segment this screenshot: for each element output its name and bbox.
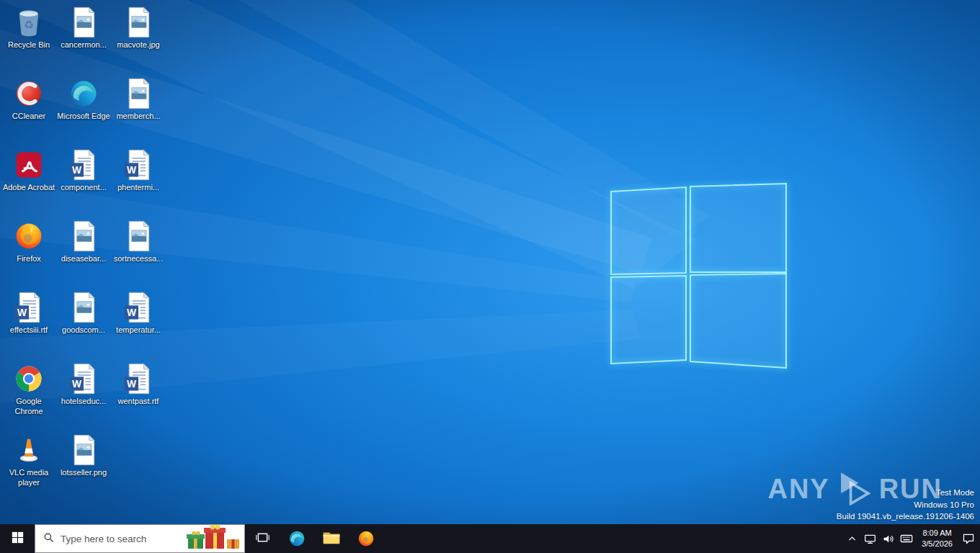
touch-keyboard-icon[interactable] (897, 524, 915, 553)
icon-label: Google Chrome (2, 397, 56, 417)
icon-label: temperatur... (116, 325, 161, 336)
desktop-icon-google-chrome[interactable]: Google Chrome (1, 358, 56, 428)
word-file-icon: W (122, 363, 154, 395)
clock-date: 3/5/2026 (922, 539, 953, 549)
desktop-icon-goodscom[interactable]: goodscom... (56, 287, 111, 356)
start-button[interactable] (0, 524, 35, 553)
windows-edition-label: Windows 10 Pro (837, 499, 974, 511)
svg-text:W: W (72, 379, 81, 390)
windows-start-icon (12, 531, 24, 546)
edge-icon (288, 529, 306, 548)
desktop-icon-component[interactable]: W component... (56, 144, 111, 214)
icon-label: Adobe Acrobat (3, 183, 55, 193)
vlc-icon (13, 434, 45, 466)
svg-text:W: W (127, 307, 136, 318)
desktop-icon-macvote-jpg[interactable]: macvote.jpg (111, 1, 166, 71)
network-icon[interactable] (861, 524, 879, 553)
ccleaner-icon (13, 78, 45, 109)
desktop: ♻ Recycle Bin cancermon... macvote.jpg C… (0, 0, 980, 524)
desktop-icon-adobe-acrobat[interactable]: Adobe Acrobat (1, 144, 56, 214)
icon-label: Firefox (17, 254, 41, 264)
desktop-icon-grid: ♻ Recycle Bin cancermon... macvote.jpg C… (1, 1, 169, 505)
image-file-icon (68, 434, 99, 466)
taskbar-edge-button[interactable] (280, 524, 314, 553)
icon-label: diseasebar... (61, 254, 106, 264)
word-file-icon: W (13, 292, 45, 323)
volume-icon[interactable] (879, 524, 897, 553)
desktop-icon-hotelseduc[interactable]: W hotelseduc... (56, 358, 111, 428)
taskbar-file-explorer-button[interactable] (314, 524, 349, 553)
taskbar-firefox-button[interactable] (349, 524, 383, 553)
file-explorer-icon (322, 529, 341, 549)
edge-icon (68, 78, 99, 109)
desktop-icon-temperatur[interactable]: W temperatur... (111, 287, 166, 356)
task-view-button[interactable] (245, 524, 280, 553)
taskbar: Type here to search (0, 524, 980, 553)
word-file-icon: W (122, 292, 154, 323)
acrobat-icon (13, 149, 45, 181)
icon-label: Recycle Bin (8, 40, 50, 50)
image-file-icon (122, 220, 154, 252)
word-file-icon: W (68, 363, 99, 395)
desktop-icon-cancermon[interactable]: cancermon... (56, 1, 111, 71)
firefox-icon (357, 529, 375, 548)
icon-label: phentermi... (117, 183, 159, 193)
svg-text:♻: ♻ (24, 19, 34, 32)
icon-label: Microsoft Edge (57, 112, 110, 122)
desktop-icon-sortnecessa[interactable]: sortnecessa... (111, 215, 166, 285)
icon-label: memberch... (116, 112, 160, 122)
icon-label: wentpast.rtf (118, 397, 159, 407)
desktop-icon-effectsiii-rtf[interactable]: W effectsiii.rtf (1, 287, 56, 356)
word-file-icon: W (68, 149, 99, 181)
desktop-icon-memberch[interactable]: memberch... (111, 73, 166, 143)
icon-label: effectsiii.rtf (10, 325, 48, 336)
image-file-icon (68, 292, 99, 323)
icon-label: goodscom... (62, 325, 105, 336)
word-file-icon: W (122, 149, 154, 181)
clock-time: 8:09 AM (922, 528, 953, 539)
image-file-icon (68, 220, 99, 252)
firefox-icon (13, 220, 45, 252)
image-file-icon (68, 6, 99, 38)
icon-label: lotsseller.png (61, 468, 107, 478)
task-view-icon (255, 530, 270, 547)
image-file-icon (122, 6, 154, 38)
desktop-icon-lotsseller-png[interactable]: lotsseller.png (56, 429, 111, 499)
icon-label: VLC media player (2, 468, 56, 488)
taskbar-clock[interactable]: 8:09 AM 3/5/2026 (915, 524, 959, 553)
system-tray: 8:09 AM 3/5/2026 (843, 524, 980, 553)
build-number-label: Build 19041.vb_release.191206-1406 (837, 511, 974, 523)
hidden-icons-chevron-icon[interactable] (843, 524, 861, 553)
icon-label: hotelseduc... (61, 397, 106, 407)
desktop-icon-recycle-bin[interactable]: ♻ Recycle Bin (1, 1, 56, 71)
search-placeholder: Type here to search (61, 534, 146, 544)
taskbar-search[interactable]: Type here to search (35, 524, 245, 553)
image-file-icon (122, 78, 154, 109)
desktop-icon-vlc-media-player[interactable]: VLC media player (1, 429, 56, 499)
search-icon (43, 532, 54, 546)
desktop-icon-diseasebar[interactable]: diseasebar... (56, 215, 111, 285)
desktop-icon-ccleaner[interactable]: CCleaner (1, 73, 56, 143)
desktop-icon-microsoft-edge[interactable]: Microsoft Edge (56, 73, 111, 143)
icon-label: sortnecessa... (114, 254, 163, 264)
holiday-gifts-icon (184, 523, 244, 552)
icon-label: macvote.jpg (117, 40, 159, 50)
recycle-bin-icon: ♻ (13, 6, 45, 38)
action-center-icon[interactable] (959, 524, 977, 553)
desktop-icon-phentermi[interactable]: W phentermi... (111, 144, 166, 214)
icon-label: component... (61, 183, 107, 193)
chrome-icon (13, 363, 45, 395)
icon-label: CCleaner (12, 112, 45, 122)
svg-text:W: W (17, 307, 27, 318)
desktop-icon-firefox[interactable]: Firefox (1, 215, 56, 285)
svg-text:W: W (127, 379, 136, 390)
icon-label: cancermon... (61, 40, 107, 50)
system-build-info: Test Mode Windows 10 Pro Build 19041.vb_… (837, 487, 974, 523)
desktop-icon-wentpast-rtf[interactable]: W wentpast.rtf (111, 358, 166, 428)
svg-text:W: W (72, 165, 81, 176)
test-mode-label: Test Mode (837, 487, 974, 499)
svg-text:W: W (127, 165, 136, 176)
